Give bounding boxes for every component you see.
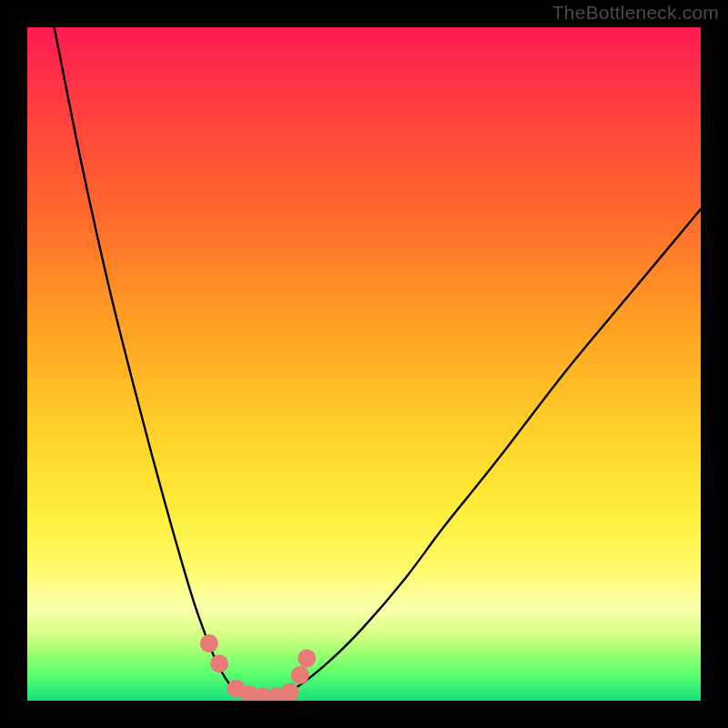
plot-area [27,27,701,701]
curve-a-path [55,27,270,701]
bottleneck-marker [298,649,316,667]
bottleneck-marker [210,654,228,672]
watermark-text: TheBottleneck.com [552,2,719,24]
bottleneck-marker [291,666,309,684]
bottleneck-marker [281,682,299,701]
marker-group [200,634,316,701]
chart-frame: TheBottleneck.com [0,0,728,728]
chart-svg [27,27,701,701]
bottleneck-marker [200,634,218,652]
curve-b-path [269,209,701,701]
